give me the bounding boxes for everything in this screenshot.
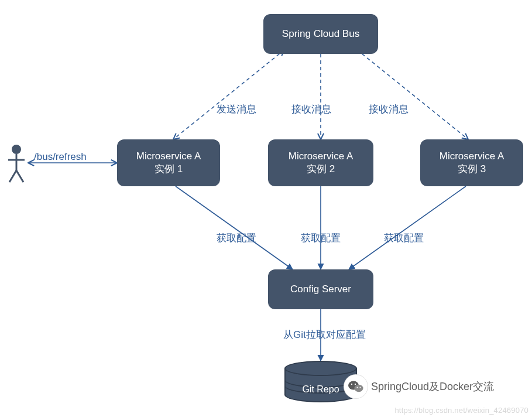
wechat-label: SpringCloud及Docker交流 <box>371 380 494 394</box>
svg-point-0 <box>12 145 21 154</box>
node-microservice-a-2: Microservice A 实例 2 <box>268 139 373 186</box>
edge-svc1-config <box>176 186 293 269</box>
diagram-edges <box>0 0 532 417</box>
wechat-watermark: SpringCloud及Docker交流 <box>344 375 494 398</box>
svg-line-4 <box>16 170 23 182</box>
edge-label-pull-from-git: 从Git拉取对应配置 <box>283 328 366 341</box>
svg-point-10 <box>360 387 361 388</box>
watermark-url: https://blog.csdn.net/weixin_42469070 <box>394 406 528 415</box>
edge-label-recv-msg-2: 接收消息 <box>369 102 409 116</box>
node-subtitle: 实例 3 <box>458 162 486 176</box>
edge-label-get-config-1: 获取配置 <box>217 231 256 245</box>
edge-bus-svc1 <box>173 50 284 139</box>
edge-label-get-config-2: 获取配置 <box>301 231 341 245</box>
svg-line-3 <box>9 170 16 182</box>
wechat-icon <box>344 375 368 398</box>
node-title: Spring Cloud Bus <box>282 28 359 40</box>
svg-point-8 <box>355 384 356 385</box>
edge-label-recv-msg-1: 接收消息 <box>291 102 331 116</box>
svg-point-6 <box>355 385 363 392</box>
edge-bus-svc3 <box>357 50 468 139</box>
node-microservice-a-3: Microservice A 实例 3 <box>420 139 523 186</box>
node-title: Microservice A <box>440 151 504 162</box>
node-title: Microservice A <box>289 151 353 162</box>
edge-label-send-msg: 发送消息 <box>217 102 256 116</box>
node-config-server: Config Server <box>268 269 373 309</box>
node-spring-cloud-bus: Spring Cloud Bus <box>263 14 378 54</box>
svg-point-7 <box>351 384 352 385</box>
svg-point-9 <box>357 387 358 388</box>
node-microservice-a-1: Microservice A 实例 1 <box>117 139 220 186</box>
edge-label-get-config-3: 获取配置 <box>384 231 424 245</box>
actor-user <box>6 143 27 186</box>
node-subtitle: 实例 1 <box>155 162 183 176</box>
edge-svc3-config <box>349 186 466 269</box>
node-title: Microservice A <box>136 151 201 162</box>
node-title: Config Server <box>290 283 351 295</box>
node-subtitle: 实例 2 <box>307 162 335 176</box>
edge-label-bus-refresh: /bus/refresh <box>34 151 87 163</box>
